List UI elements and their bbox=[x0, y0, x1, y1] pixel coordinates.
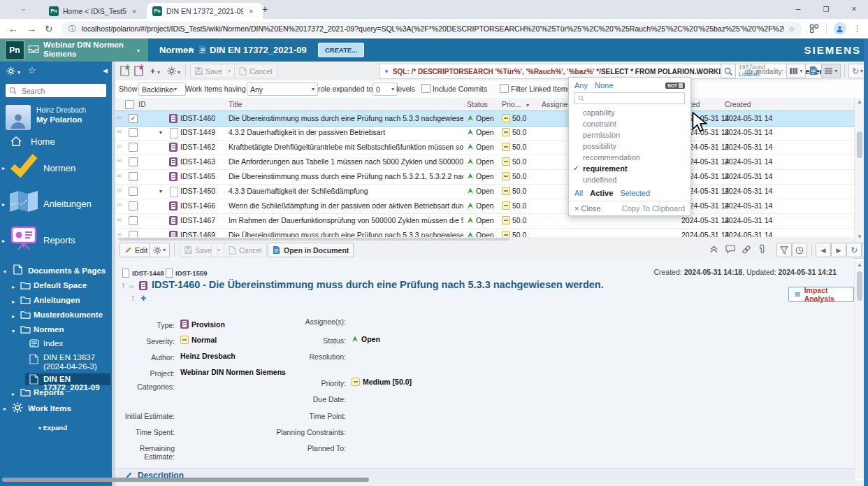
search-clear-icon[interactable]: × bbox=[704, 67, 709, 76]
home-icon[interactable] bbox=[10, 136, 22, 147]
table-hscroll-thumb[interactable] bbox=[118, 238, 509, 241]
collapse-all-icon[interactable] bbox=[709, 245, 718, 253]
project-switcher[interactable]: Pn Webinar DIN Normen Siemens ▾ bbox=[0, 38, 148, 62]
workitem-id[interactable]: IDST-1462 bbox=[180, 143, 229, 151]
gear-caret-icon[interactable]: ▾ bbox=[178, 69, 180, 76]
links-icon[interactable] bbox=[742, 245, 751, 255]
window-close-button[interactable]: × bbox=[840, 0, 868, 19]
anleitungen-folder-expander-icon[interactable]: ▸ bbox=[12, 299, 15, 305]
my-polarion-link[interactable]: My Polarion bbox=[36, 115, 82, 124]
col-id[interactable]: ID bbox=[138, 100, 146, 108]
table-vscroll-thumb[interactable] bbox=[857, 131, 862, 158]
option-possibility[interactable]: possibility bbox=[569, 141, 690, 152]
row-checkbox[interactable] bbox=[129, 143, 138, 152]
scroll-up-icon[interactable]: ▲ bbox=[855, 98, 865, 106]
browser-tab-active[interactable]: Pn DIN EN 17372_2021-09 < Norm × bbox=[147, 3, 263, 19]
site-info-icon[interactable]: ⓘ bbox=[68, 24, 76, 34]
musterdokumente-expander-icon[interactable]: ▸ bbox=[12, 313, 15, 320]
detail-refresh-button[interactable]: ↻ bbox=[846, 243, 862, 257]
query-caret-icon[interactable]: ▼ bbox=[384, 69, 389, 75]
goto-child-icon[interactable]: ↑ bbox=[131, 293, 135, 303]
tab-groups-icon[interactable] bbox=[809, 24, 819, 34]
table-row[interactable]: ∞ IDST-1463 Die Anforderungen aus Tabell… bbox=[115, 155, 854, 170]
option-constraint[interactable]: constraint bbox=[569, 118, 690, 129]
tree-reports[interactable]: Reports bbox=[34, 388, 64, 396]
copy-to-clipboard[interactable]: Copy To Clipboard bbox=[622, 204, 685, 213]
col-title[interactable]: Title bbox=[229, 100, 242, 108]
detail-gear-button[interactable]: ▾ bbox=[149, 243, 170, 257]
table-row[interactable]: ∞ ▾ IDST-1450 4.3.3 Dauerhaftigkeit der … bbox=[115, 184, 854, 199]
tree-din-13637[interactable]: DIN EN 13637 (2024-04-26-3) bbox=[43, 353, 108, 371]
not-toggle[interactable]: NOT bbox=[665, 83, 685, 89]
toolbar-gear-icon[interactable] bbox=[167, 66, 176, 76]
breadcrumb-page[interactable]: DIN EN 17372_2021-09 bbox=[210, 45, 307, 55]
tree-documents-pages[interactable]: Documents & Pages bbox=[28, 266, 106, 275]
workitem-id[interactable]: IDST-1463 bbox=[180, 157, 229, 166]
option-permission[interactable]: permission bbox=[569, 129, 690, 141]
work-items-expander-icon[interactable]: ▸ bbox=[3, 406, 6, 412]
add-link-icon[interactable]: ✚ bbox=[140, 294, 146, 302]
profile-avatar-icon[interactable] bbox=[834, 22, 846, 35]
prio-sort-icon[interactable]: ▾ bbox=[526, 102, 529, 108]
table-row[interactable]: ∞ IDST-1465 Die Übereinstimmung muss dur… bbox=[115, 169, 854, 185]
workitem-id[interactable]: IDST-1460 bbox=[180, 114, 229, 122]
collapse-sidebar-icon[interactable]: ◀ bbox=[103, 67, 108, 74]
back-icon[interactable]: ← bbox=[8, 23, 18, 34]
show-select[interactable]: Backlinked▾ bbox=[138, 83, 186, 96]
add-caret-icon[interactable]: ▾ bbox=[157, 69, 160, 76]
comments-icon[interactable] bbox=[725, 245, 735, 254]
workitem-title[interactable]: Die Übereinstimmung muss durch eine Prüf… bbox=[229, 114, 463, 122]
workitem-title[interactable]: Kraftbetätigte Drehflügeltürantriebe mit… bbox=[229, 143, 463, 151]
create-button[interactable]: CREATE... bbox=[318, 43, 364, 57]
breadcrumb-space[interactable]: Normen bbox=[159, 45, 194, 55]
normen-expander-icon[interactable]: ▸ bbox=[2, 165, 5, 171]
table-row[interactable]: ∞ ✓ IDST-1460 Die Übereinstimmung muss d… bbox=[115, 110, 854, 127]
detail-vscroll-thumb[interactable] bbox=[857, 271, 862, 301]
settings-gear-icon[interactable] bbox=[6, 66, 15, 76]
parent-link-1[interactable]: IDST-1448 bbox=[122, 269, 164, 278]
workitem-title[interactable]: Die Anforderungen aus Tabelle 1 müssen n… bbox=[229, 157, 463, 166]
include-commits-checkbox[interactable] bbox=[421, 84, 431, 93]
prev-item-button[interactable]: ◀ bbox=[816, 243, 831, 257]
active-link[interactable]: Active bbox=[590, 189, 613, 197]
sidebar-item-reports[interactable]: Reports bbox=[43, 235, 75, 245]
row-checkbox[interactable] bbox=[129, 201, 138, 210]
workitem-title[interactable]: 4.3.3 Dauerhaftigkeit der Schließdämpfun… bbox=[229, 187, 463, 195]
collapse-caret-icon[interactable]: ▾ bbox=[159, 129, 162, 136]
table-vscrollbar[interactable]: ▲ ▼ bbox=[854, 98, 865, 241]
workitem-id[interactable]: IDST-1465 bbox=[180, 172, 229, 180]
inbox-icon[interactable] bbox=[28, 45, 39, 54]
search-caret-icon[interactable]: ▾ bbox=[713, 69, 716, 76]
address-bar[interactable]: ⓘ localhost/polarion/#/project/IDiS_Test… bbox=[62, 22, 802, 36]
normen-folder-expander-icon[interactable]: ▾ bbox=[12, 328, 15, 334]
table-row[interactable]: ∞ IDST-1467 Im Rahmen der Dauerfunktions… bbox=[115, 213, 854, 229]
tree-musterdokumente[interactable]: Musterdokumente bbox=[34, 310, 103, 319]
table-row[interactable]: ∞ ▾ IDST-1449 4.3.2 Dauerhaftigkeit in d… bbox=[115, 125, 854, 141]
all-link[interactable]: All bbox=[574, 189, 583, 197]
normen-check-icon[interactable] bbox=[8, 152, 39, 178]
row-checkbox[interactable]: ✓ bbox=[129, 114, 138, 123]
sidebar-item-normen[interactable]: Normen bbox=[43, 163, 75, 173]
workitem-title[interactable]: Die Übereinstimmung muss durch eine Prüf… bbox=[229, 172, 463, 180]
row-checkbox[interactable] bbox=[129, 157, 138, 166]
none-link[interactable]: None bbox=[595, 81, 613, 90]
browser-tab-home[interactable]: Pn Home < IDiS_Test5 × bbox=[43, 3, 152, 19]
filter-linked-checkbox[interactable] bbox=[500, 84, 509, 93]
row-checkbox[interactable] bbox=[129, 231, 138, 237]
select-all-checkbox[interactable] bbox=[125, 100, 134, 109]
having-select[interactable]: Any▾ bbox=[247, 83, 318, 96]
col-created[interactable]: Created bbox=[725, 100, 751, 108]
tree-anleitungen[interactable]: Anleitungen bbox=[34, 296, 80, 304]
workitem-id[interactable]: IDST-1450 bbox=[180, 187, 229, 195]
tab-close-icon[interactable]: × bbox=[132, 7, 136, 15]
collapse-caret-icon[interactable]: ▾ bbox=[159, 188, 162, 194]
window-minimize-button[interactable]: – bbox=[784, 0, 812, 19]
open-in-document-button[interactable]: Open in Document bbox=[268, 243, 354, 257]
scroll-down-icon[interactable]: ▼ bbox=[855, 233, 865, 241]
option-recommendation[interactable]: recommendation bbox=[569, 152, 690, 163]
row-checkbox[interactable] bbox=[129, 187, 138, 196]
workitem-id[interactable]: IDST-1466 bbox=[180, 201, 229, 210]
tree-normen[interactable]: Normen bbox=[34, 325, 64, 334]
table-row[interactable]: ∞ IDST-1466 Wenn die Schließdämpfung in … bbox=[115, 199, 854, 214]
close-control[interactable]: × Close bbox=[574, 204, 601, 213]
